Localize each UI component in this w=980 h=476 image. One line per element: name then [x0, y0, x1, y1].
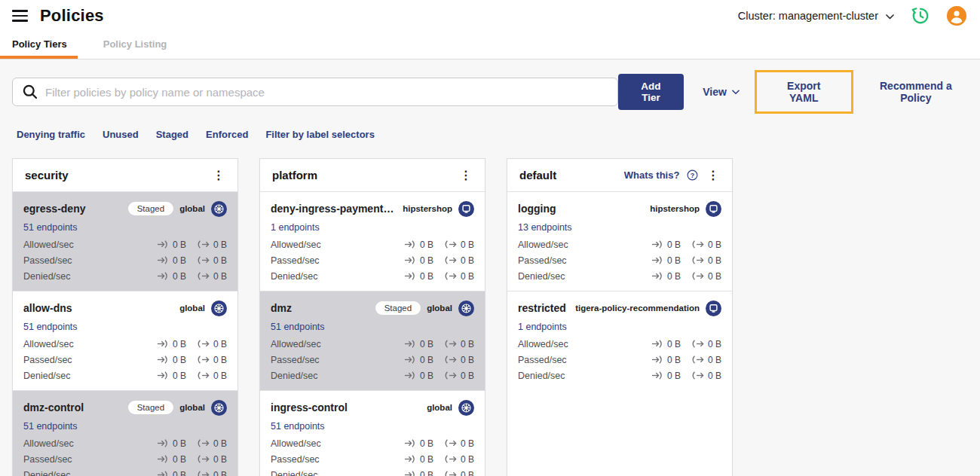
search-icon — [22, 84, 38, 100]
add-tier-button[interactable]: Add Tier — [618, 74, 684, 110]
policy-card[interactable]: restricted tigera-policy-recommendation … — [507, 291, 732, 390]
tier-column-security: security ⋮ egress-deny Staged global 51 … — [12, 158, 238, 476]
ingress-icon — [404, 455, 416, 463]
whats-this-link[interactable]: Whats this? ? — [624, 169, 698, 181]
stat-label: Denied/sec — [518, 371, 565, 381]
ingress-value: 0 B — [157, 339, 186, 349]
egress-icon — [198, 439, 210, 447]
hamburger-menu-icon[interactable] — [12, 7, 28, 25]
egress-value: 0 B — [692, 271, 721, 282]
egress-value: 0 B — [198, 339, 227, 349]
cluster-selector-label: Cluster: management-cluster — [738, 10, 878, 22]
ingress-icon — [651, 371, 663, 380]
endpoints-link[interactable]: 13 endpoints — [518, 222, 572, 233]
export-yaml-button[interactable]: Export YAML — [772, 80, 836, 104]
endpoints-link[interactable]: 51 endpoints — [271, 322, 325, 332]
ingress-value: 0 B — [651, 371, 681, 381]
policy-name: egress-deny — [23, 203, 128, 215]
egress-icon — [445, 240, 457, 249]
ingress-value: 0 B — [157, 355, 186, 365]
egress-icon — [692, 272, 704, 280]
stat-label: Passed/sec — [518, 355, 567, 365]
user-avatar-icon[interactable] — [947, 6, 966, 26]
egress-icon — [198, 355, 210, 364]
question-circle-icon: ? — [687, 169, 698, 181]
tab-policy-listing[interactable]: Policy Listing — [91, 32, 179, 59]
stat-label: Allowed/sec — [23, 339, 74, 349]
ingress-value: 0 B — [404, 454, 433, 465]
endpoints-link[interactable]: 51 endpoints — [23, 421, 78, 432]
egress-value: 0 B — [445, 470, 474, 476]
endpoints-link[interactable]: 1 endpoints — [518, 322, 567, 332]
policy-search-box — [12, 78, 618, 106]
stat-label: Passed/sec — [271, 255, 320, 266]
staged-badge: Staged — [128, 202, 173, 215]
kebab-menu-icon[interactable]: ⋮ — [705, 169, 721, 182]
policy-card[interactable]: ingress-control global 51 endpoints Allo… — [260, 390, 485, 476]
policy-name: ingress-control — [271, 401, 427, 413]
ingress-value: 0 B — [404, 271, 433, 282]
tier-header: security ⋮ — [13, 159, 237, 191]
stat-row: Allowed/sec 0 B 0 B — [518, 336, 721, 352]
policies-content: Add Tier View Export YAML Recommend a Po… — [0, 60, 980, 476]
kebab-menu-icon[interactable]: ⋮ — [458, 169, 474, 182]
endpoints-link[interactable]: 51 endpoints — [23, 222, 78, 233]
endpoints-link[interactable]: 51 endpoints — [271, 421, 325, 432]
kebab-menu-icon[interactable]: ⋮ — [210, 169, 227, 182]
egress-icon — [198, 240, 210, 249]
history-icon[interactable] — [911, 6, 930, 26]
stat-label: Passed/sec — [23, 355, 72, 365]
global-scope-icon — [211, 400, 227, 416]
egress-icon — [198, 371, 210, 380]
global-scope-icon — [211, 201, 227, 217]
egress-value: 0 B — [198, 371, 227, 381]
stat-label: Denied/sec — [23, 271, 71, 282]
filter-staged[interactable]: Staged — [156, 129, 188, 140]
policy-card[interactable]: dmz Staged global 51 endpoints Allowed/s… — [260, 291, 485, 390]
namespace-scope-icon — [706, 201, 721, 217]
stat-label: Allowed/sec — [271, 339, 321, 349]
ingress-icon — [404, 240, 416, 249]
ingress-icon — [404, 471, 416, 476]
endpoints-link[interactable]: 51 endpoints — [23, 322, 78, 332]
tab-policy-tiers[interactable]: Policy Tiers — [0, 32, 78, 59]
stat-label: Allowed/sec — [271, 240, 321, 250]
ingress-icon — [404, 355, 416, 364]
filter-by-label-selectors[interactable]: Filter by label selectors — [265, 129, 375, 140]
ingress-value: 0 B — [404, 240, 433, 250]
endpoints-link[interactable]: 1 endpoints — [271, 222, 320, 233]
stat-label: Denied/sec — [271, 470, 318, 476]
egress-value: 0 B — [198, 470, 227, 476]
ingress-value: 0 B — [651, 271, 681, 282]
filter-denying-traffic[interactable]: Denying traffic — [17, 129, 85, 140]
egress-value: 0 B — [445, 371, 474, 381]
filter-enforced[interactable]: Enforced — [206, 129, 248, 140]
view-dropdown-button[interactable]: View — [703, 86, 740, 98]
tier-column-default: default Whats this? ? ⋮ logging hipsters… — [507, 158, 733, 476]
ingress-icon — [651, 256, 663, 264]
egress-icon — [692, 256, 704, 264]
policy-search-input[interactable] — [45, 86, 608, 99]
policy-card[interactable]: deny-ingress-paymentservi… hipstershop 1… — [260, 191, 485, 291]
policy-card[interactable]: egress-deny Staged global 51 endpoints A… — [13, 191, 237, 291]
policy-card[interactable]: logging hipstershop 13 endpoints Allowed… — [507, 191, 732, 291]
ingress-value: 0 B — [157, 255, 186, 266]
stat-row: Denied/sec 0 B 0 B — [271, 467, 474, 476]
stat-row: Allowed/sec 0 B 0 B — [271, 435, 474, 451]
policy-card[interactable]: allow-dns global 51 endpoints Allowed/se… — [13, 291, 237, 390]
ingress-icon — [404, 272, 416, 280]
cluster-selector[interactable]: Cluster: management-cluster — [738, 10, 894, 22]
egress-icon — [692, 340, 704, 348]
ingress-value: 0 B — [404, 470, 433, 476]
egress-icon — [198, 455, 210, 463]
filter-unused[interactable]: Unused — [103, 129, 139, 140]
staged-badge: Staged — [128, 401, 173, 414]
tier-column-platform: platform ⋮ deny-ingress-paymentservi… hi… — [259, 158, 485, 476]
tier-name: default — [519, 169, 556, 182]
policy-card[interactable]: dmz-control Staged global 51 endpoints A… — [13, 390, 237, 476]
egress-value: 0 B — [445, 271, 474, 282]
policy-scope: global — [179, 403, 205, 412]
egress-value: 0 B — [692, 255, 721, 266]
policy-scope: hipstershop — [650, 204, 700, 213]
recommend-policy-button[interactable]: Recommend a Policy — [864, 80, 968, 104]
